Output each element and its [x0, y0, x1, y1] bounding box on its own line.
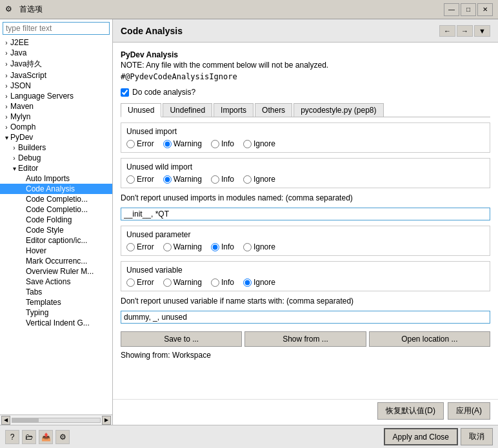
- tree-arrow-language-servers: ›: [3, 93, 10, 100]
- var-error[interactable]: Error: [126, 278, 154, 287]
- unused-wild-import-title: Unused wild import: [126, 162, 484, 171]
- window-icon: ⚙: [5, 5, 15, 15]
- tree-item-mylyn[interactable]: ›Mylyn: [0, 112, 112, 122]
- tree-item-templates[interactable]: Templates: [0, 297, 112, 307]
- filter-input[interactable]: [3, 22, 110, 35]
- tree-item-code-completion2[interactable]: Code Completio...: [0, 204, 112, 215]
- tree-item-tabs[interactable]: Tabs: [0, 287, 112, 297]
- open-folder-icon[interactable]: 🗁: [22, 430, 36, 444]
- bottom-right-buttons: Apply and Close 取消: [384, 428, 493, 445]
- wild-import-ignore[interactable]: Ignore: [243, 175, 275, 184]
- tab-imports[interactable]: Imports: [214, 103, 254, 117]
- tree-label-overview-ruler: Overview Ruler M...: [26, 267, 94, 276]
- tree-label-code-completion1: Code Completio...: [26, 195, 88, 204]
- tree-item-java[interactable]: ›Java: [0, 48, 112, 58]
- tree-arrow-builders: ›: [10, 144, 18, 151]
- unused-import-radios: Error Warning Info Ignore: [126, 139, 484, 148]
- tree-item-hover[interactable]: Hover: [0, 246, 112, 256]
- tree-item-auto-imports[interactable]: Auto Imports: [0, 173, 112, 184]
- param-info[interactable]: Info: [211, 242, 234, 251]
- var-ignore[interactable]: Ignore: [243, 278, 275, 287]
- apply-close-button[interactable]: Apply and Close: [384, 428, 458, 445]
- tree-item-editor[interactable]: ▾Editor: [0, 163, 112, 173]
- tree-label-language-servers: Language Servers: [10, 92, 74, 101]
- showing-text: Showing from: Workspace: [121, 351, 490, 360]
- close-button[interactable]: ✕: [477, 3, 493, 16]
- tree-item-code-analysis[interactable]: Code Analysis: [0, 184, 112, 194]
- tree-item-language-servers[interactable]: ›Language Servers: [0, 91, 112, 101]
- export-icon[interactable]: 📤: [39, 430, 53, 444]
- settings-icon[interactable]: ⚙: [55, 430, 70, 444]
- unused-import-info[interactable]: Info: [211, 139, 234, 148]
- unused-import-ignore[interactable]: Ignore: [243, 139, 275, 148]
- tree-label-java-hold: Java持久: [10, 59, 42, 70]
- scroll-track[interactable]: [12, 418, 101, 423]
- tree-label-javascript: JavaScript: [10, 71, 46, 80]
- var-info[interactable]: Info: [211, 278, 234, 287]
- tree-item-save-actions[interactable]: Save Actions: [0, 277, 112, 287]
- cancel-button[interactable]: 取消: [461, 428, 493, 445]
- tree-container: ›J2EE›Java›Java持久›JavaScript›JSON›Langua…: [0, 37, 112, 414]
- minimize-button[interactable]: —: [444, 3, 459, 16]
- tree-item-overview-ruler[interactable]: Overview Ruler M...: [0, 266, 112, 277]
- maximize-button[interactable]: □: [461, 3, 476, 16]
- unused-parameter-title: Unused parameter: [126, 230, 484, 239]
- do-code-analysis-label[interactable]: Do code analysis?: [132, 88, 195, 97]
- help-icon[interactable]: ?: [5, 430, 19, 444]
- nav-forward-button[interactable]: →: [457, 25, 473, 37]
- apply-button[interactable]: 应用(A): [448, 402, 490, 420]
- wild-import-error[interactable]: Error: [126, 175, 154, 184]
- save-to-button[interactable]: Save to ...: [121, 331, 242, 347]
- tree-item-json[interactable]: ›JSON: [0, 81, 112, 91]
- scroll-left-btn[interactable]: ◀: [1, 416, 10, 425]
- tree-label-auto-imports: Auto Imports: [26, 174, 70, 183]
- tree-item-debug[interactable]: ›Debug: [0, 153, 112, 163]
- unused-import-warning[interactable]: Warning: [163, 139, 202, 148]
- variable-filter-section: Don't report unused variable if name sta…: [121, 297, 490, 329]
- tree-label-templates: Templates: [26, 298, 61, 307]
- tree-item-pydev[interactable]: ▾PyDev: [0, 132, 112, 142]
- unused-wild-import-group: Unused wild import Error Warning Info Ig…: [121, 158, 490, 188]
- variable-filter-input[interactable]: [121, 311, 490, 324]
- tree-item-editor-caption[interactable]: Editor caption/ic...: [0, 235, 112, 246]
- param-error[interactable]: Error: [126, 242, 154, 251]
- tab-undefined[interactable]: Undefined: [163, 103, 212, 117]
- do-code-analysis-checkbox[interactable]: [121, 88, 129, 97]
- filter-modules-input[interactable]: [121, 208, 490, 220]
- tree-item-javascript[interactable]: ›JavaScript: [0, 70, 112, 81]
- tab-pycodestyle[interactable]: pycodestyle.py (pep8): [294, 103, 383, 117]
- scroll-right-btn[interactable]: ▶: [102, 416, 111, 425]
- tree-label-hover: Hover: [26, 246, 46, 255]
- tree-item-vertical-indent[interactable]: Vertical Indent G...: [0, 318, 112, 328]
- tree-item-builders[interactable]: ›Builders: [0, 142, 112, 153]
- tab-others[interactable]: Others: [255, 103, 292, 117]
- tree-arrow-debug: ›: [10, 155, 18, 162]
- show-from-button[interactable]: Show from ...: [244, 331, 366, 347]
- param-ignore[interactable]: Ignore: [243, 242, 275, 251]
- tree-item-code-style[interactable]: Code Style: [0, 225, 112, 235]
- tree-item-oomph[interactable]: ›Oomph: [0, 122, 112, 132]
- note-text: NOTE: Any file with the comment below wi…: [121, 61, 490, 70]
- wild-import-warning[interactable]: Warning: [163, 175, 202, 184]
- tree-item-j2ee[interactable]: ›J2EE: [0, 37, 112, 48]
- tree-item-mark-occurrences[interactable]: Mark Occurrenc...: [0, 256, 112, 266]
- var-warning[interactable]: Warning: [163, 278, 202, 287]
- unused-import-error[interactable]: Error: [126, 139, 154, 148]
- param-warning[interactable]: Warning: [163, 242, 202, 251]
- tree-item-java-hold[interactable]: ›Java持久: [0, 58, 112, 70]
- tree-item-maven[interactable]: ›Maven: [0, 101, 112, 112]
- tab-unused[interactable]: Unused: [121, 103, 161, 117]
- right-panel: Code Analysis ← → ▼ PyDev Analysis NOTE:…: [113, 19, 498, 425]
- filter-modules-section: Don't report unused imports in modules n…: [121, 193, 490, 226]
- scroll-thumb: [12, 418, 39, 422]
- tree-label-code-analysis: Code Analysis: [26, 184, 75, 193]
- nav-dropdown-button[interactable]: ▼: [474, 25, 490, 37]
- nav-back-button[interactable]: ←: [439, 25, 455, 37]
- open-location-button[interactable]: Open location ...: [369, 331, 490, 347]
- tree-item-code-folding[interactable]: Code Folding: [0, 215, 112, 225]
- unused-wild-import-radios: Error Warning Info Ignore: [126, 175, 484, 184]
- tree-item-code-completion1[interactable]: Code Completio...: [0, 194, 112, 204]
- tree-item-typing[interactable]: Typing: [0, 307, 112, 318]
- wild-import-info[interactable]: Info: [211, 175, 234, 184]
- restore-defaults-button[interactable]: 恢复默认值(D): [377, 402, 444, 420]
